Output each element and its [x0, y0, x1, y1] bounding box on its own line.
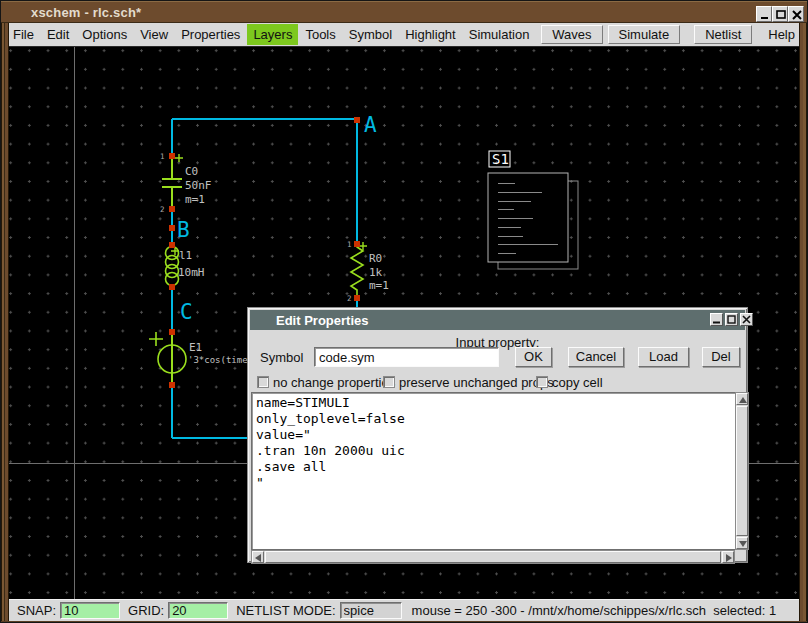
menu-tools[interactable]: Tools	[299, 24, 341, 45]
grid-input[interactable]	[168, 602, 228, 619]
copy-cell-label: copy cell	[552, 375, 603, 390]
code-block-name: S1	[492, 151, 509, 167]
properties-textarea[interactable]: name=STIMULI only_toplevel=false value="…	[251, 392, 735, 550]
load-button[interactable]: Load	[638, 347, 689, 367]
code-block-symbol[interactable]: S1	[488, 151, 578, 269]
capacitor-symbol[interactable]	[162, 154, 183, 209]
net-label-b[interactable]: B	[177, 218, 190, 242]
menu-layers[interactable]: Layers	[247, 24, 298, 45]
horizontal-scrollbar[interactable]	[251, 550, 735, 564]
source-symbol[interactable]	[149, 332, 186, 385]
inductor-value: 10mH	[178, 266, 205, 279]
statusbar-info: mouse = 250 -300 - /mnt/x/home/schippes/…	[412, 603, 777, 618]
checkbox-row: no change properties preserve unchanged …	[248, 375, 747, 390]
waves-button[interactable]: Waves	[541, 25, 602, 44]
menubar: File Edit Options View Properties Layers…	[2, 23, 808, 47]
capacitor-mult: m=1	[185, 193, 205, 206]
inductor-name: l1	[179, 249, 192, 262]
snap-input[interactable]	[60, 602, 120, 619]
capacitor-pin1-number: 1	[160, 152, 165, 161]
menubar-right-buttons: Waves Simulate Netlist Help	[541, 23, 808, 46]
menu-file[interactable]: File	[7, 24, 40, 45]
capacitor-name: C0	[185, 165, 198, 178]
preserve-unchanged-props-label: preserve unchanged props	[399, 375, 554, 390]
source-name: E1	[189, 341, 202, 354]
net-label-a[interactable]: A	[364, 113, 377, 137]
cancel-button[interactable]: Cancel	[568, 347, 624, 367]
minimize-icon	[759, 9, 771, 21]
symbol-label: Symbol	[260, 350, 303, 365]
scroll-down-icon[interactable]	[736, 537, 748, 549]
maximize-button[interactable]	[772, 6, 788, 22]
maximize-icon	[775, 9, 787, 21]
resistor-pin2-number: 2	[347, 294, 352, 303]
plus-icon	[149, 332, 163, 346]
close-icon	[791, 9, 803, 21]
copy-cell-checkbox[interactable]	[536, 376, 548, 388]
resistor-symbol[interactable]	[351, 242, 367, 298]
vertical-scroll-thumb[interactable]	[736, 406, 748, 536]
capacitor-pin2-number: 2	[160, 205, 165, 214]
close-icon	[742, 315, 751, 324]
dialog-maximize-button[interactable]	[725, 313, 738, 326]
maximize-icon	[727, 315, 736, 324]
simulate-button[interactable]: Simulate	[608, 25, 681, 44]
resistor-name: R0	[369, 252, 382, 265]
ok-button[interactable]: OK	[515, 347, 552, 367]
dialog-titlebar[interactable]: Edit Properties	[250, 310, 745, 330]
scroll-up-icon[interactable]	[736, 393, 748, 405]
menu-properties[interactable]: Properties	[175, 24, 246, 45]
window-title: xschem - rlc.sch*	[31, 5, 141, 20]
minimize-icon	[712, 315, 721, 324]
resistor-pin1-number: 1	[347, 240, 352, 249]
inductor-symbol[interactable]	[166, 245, 180, 287]
plus-icon	[175, 154, 183, 162]
netlist-button[interactable]: Netlist	[694, 25, 752, 44]
dialog-minimize-button[interactable]	[710, 313, 723, 326]
no-change-properties-label: no change properties	[273, 375, 395, 390]
horizontal-scroll-thumb[interactable]	[265, 551, 721, 563]
window-titlebar[interactable]: xschem - rlc.sch*	[1, 1, 808, 23]
resistor-value: 1k	[369, 266, 383, 279]
menu-simulation[interactable]: Simulation	[463, 24, 536, 45]
netlist-mode-label: NETLIST MODE:	[236, 603, 335, 618]
statusbar: SNAP: GRID: NETLIST MODE: mouse = 250 -3…	[9, 599, 801, 621]
no-change-properties-checkbox[interactable]	[257, 376, 269, 388]
preserve-unchanged-props-checkbox[interactable]	[383, 376, 395, 388]
window-frame-right	[799, 23, 807, 623]
menu-view[interactable]: View	[134, 24, 174, 45]
netlist-mode-input[interactable]	[340, 602, 402, 619]
del-button[interactable]: Del	[702, 347, 740, 367]
dialog-title: Edit Properties	[276, 313, 368, 328]
net-label-c[interactable]: C	[180, 300, 193, 324]
symbol-input[interactable]	[314, 347, 499, 367]
window-frame-left	[1, 23, 9, 623]
minimize-button[interactable]	[756, 6, 772, 22]
edit-properties-dialog: Edit Properties Input property: Symbol O…	[247, 307, 748, 563]
resistor-mult: m=1	[369, 279, 389, 292]
scroll-right-icon[interactable]	[722, 551, 734, 563]
xschem-window: xschem - rlc.sch* File Edit Options View…	[0, 0, 808, 623]
menu-highlight[interactable]: Highlight	[399, 24, 462, 45]
menu-symbol[interactable]: Symbol	[343, 24, 398, 45]
capacitor-value: 50nF	[185, 179, 212, 192]
scroll-left-icon[interactable]	[252, 551, 264, 563]
grid-label: GRID:	[128, 603, 164, 618]
menu-options[interactable]: Options	[76, 24, 133, 45]
symbol-row: Symbol OK Cancel Load Del	[248, 347, 747, 367]
snap-label: SNAP:	[17, 603, 56, 618]
dialog-close-button[interactable]	[740, 313, 753, 326]
vertical-scrollbar[interactable]	[735, 392, 749, 550]
close-button[interactable]	[788, 6, 804, 22]
menu-edit[interactable]: Edit	[41, 24, 75, 45]
